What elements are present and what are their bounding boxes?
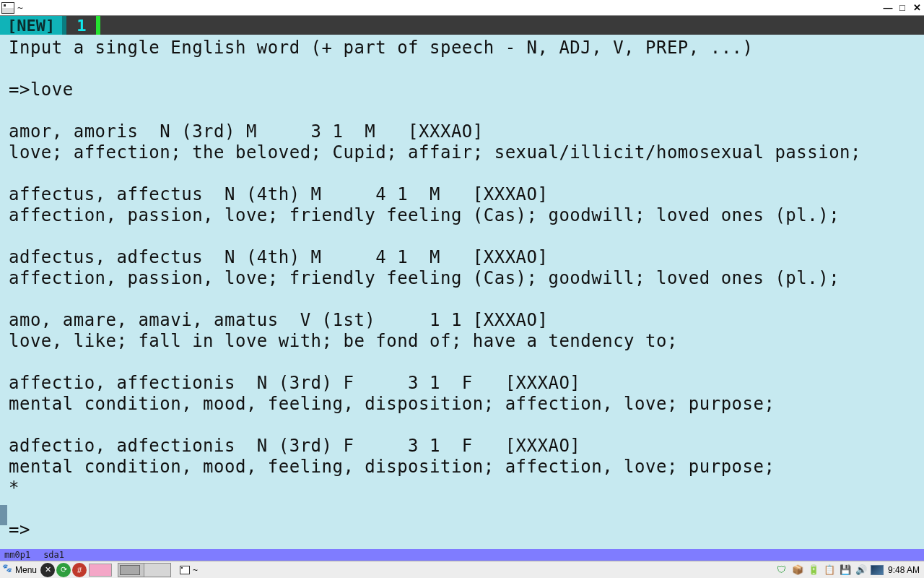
security-shield-icon[interactable]: 🛡 (775, 564, 788, 577)
minimize-button[interactable]: — (881, 1, 895, 14)
battery-icon[interactable]: 🔋 (807, 564, 820, 577)
terminal-icon (180, 566, 190, 574)
clipboard-icon[interactable]: 📋 (823, 564, 836, 577)
storage-icon[interactable]: 💾 (839, 564, 852, 577)
window-title: ~ (17, 2, 881, 13)
dict-entry-head: adfectus, adfectus N (4th) M 4 1 M [XXXA… (9, 247, 548, 267)
terminal-window: ~ — □ ✕ [NEW] 1 Input a single English w… (0, 0, 924, 578)
dict-entry-def: mental condition, mood, feeling, disposi… (9, 457, 775, 477)
terminal-prompt: => (9, 519, 30, 540)
dict-entry-head: amor, amoris N (3rd) M 3 1 M [XXXAO] (9, 121, 484, 142)
menu-label: Menu (15, 565, 37, 575)
dict-entry-head: affectio, affectionis N (3rd) F 3 1 F [X… (9, 373, 580, 393)
launcher-icon-x[interactable]: ✕ (40, 563, 55, 577)
device-entry[interactable]: mm0p1 (4, 550, 30, 560)
status-mode: [NEW] (0, 16, 62, 35)
workspace-pager[interactable] (118, 563, 171, 577)
close-button[interactable]: ✕ (910, 1, 924, 14)
workspace-2[interactable] (144, 564, 170, 577)
workspace-1[interactable] (118, 564, 144, 577)
network-icon[interactable] (871, 564, 884, 577)
volume-icon[interactable]: 🔊 (855, 564, 868, 577)
terminal-intro: Input a single English word (+ part of s… (9, 38, 754, 58)
status-rest (100, 16, 924, 35)
status-buffer-number: 1 (66, 16, 96, 35)
terminal-star: * (9, 478, 19, 498)
dict-entry-def: mental condition, mood, feeling, disposi… (9, 394, 775, 414)
terminal-output[interactable]: Input a single English word (+ part of s… (0, 35, 924, 549)
start-menu-button[interactable]: Menu (0, 561, 40, 578)
launcher-swatch[interactable] (89, 564, 112, 577)
clock[interactable]: 9:48 AM (888, 565, 920, 575)
dict-entry-def: love; affection; the beloved; Cupid; aff… (9, 142, 861, 163)
package-update-icon[interactable]: 📦 (791, 564, 804, 577)
window-titlebar: ~ — □ ✕ (0, 0, 924, 16)
editor-statusbar: [NEW] 1 (0, 16, 924, 35)
window-system-icon[interactable] (1, 2, 14, 14)
taskbar-task-terminal[interactable]: ~ (175, 561, 202, 578)
terminal-prompt: =>love (9, 79, 74, 100)
device-bar: mm0p1 sda1 (0, 549, 924, 561)
task-label: ~ (193, 565, 198, 575)
dict-entry-def: affection, passion, love; friendly feeli… (9, 268, 840, 288)
terminal-cursor-gutter (0, 505, 7, 525)
dict-entry-def: affection, passion, love; friendly feeli… (9, 205, 840, 225)
launcher-icon-hash[interactable]: # (72, 563, 87, 577)
taskbar: Menu ✕ ⟳ # ~ 🛡 📦 🔋 📋 💾 🔊 9:48 AM (0, 561, 924, 578)
dict-entry-head: adfectio, adfectionis N (3rd) F 3 1 F [X… (9, 436, 580, 456)
dict-entry-head: affectus, affectus N (4th) M 4 1 M [XXXA… (9, 184, 548, 204)
maximize-button[interactable]: □ (895, 1, 910, 14)
dict-entry-def: love, like; fall in love with; be fond o… (9, 331, 678, 351)
dict-entry-head: amo, amare, amavi, amatus V (1st) 1 1 [X… (9, 310, 548, 330)
launcher-icon-refresh[interactable]: ⟳ (56, 563, 71, 577)
paw-icon (3, 565, 13, 575)
device-entry[interactable]: sda1 (43, 550, 64, 560)
